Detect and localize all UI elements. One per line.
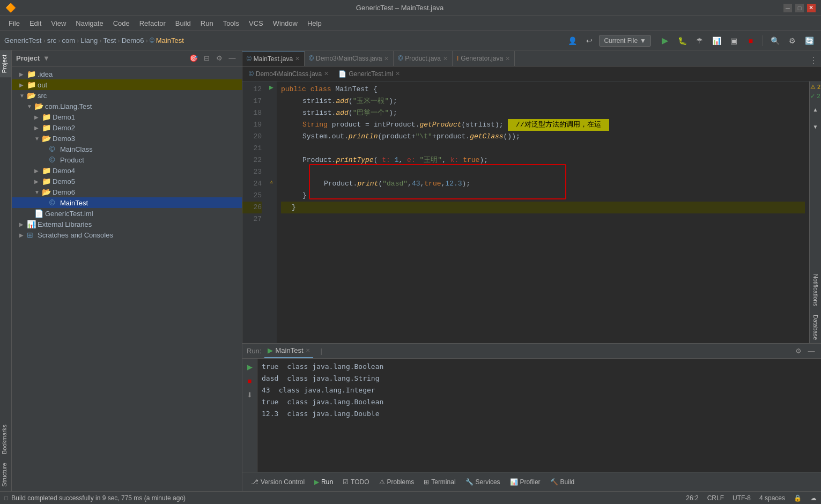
sec-tab-close-generictest-iml[interactable]: ✕: [395, 70, 400, 77]
tree-item-demo2[interactable]: ▶ 📁 Demo2: [12, 122, 242, 133]
tab-maintest-java[interactable]: © MainTest.java ✕: [242, 51, 305, 66]
nav-up-button[interactable]: ▲: [808, 102, 822, 117]
menu-navigate[interactable]: Navigate: [71, 18, 107, 28]
menu-build[interactable]: Build: [171, 18, 195, 28]
sidebar-structure-label[interactable]: Structure: [0, 458, 11, 491]
menu-view[interactable]: View: [47, 18, 70, 28]
bottom-btn-run[interactable]: ▶ Run: [310, 476, 337, 488]
menu-window[interactable]: Window: [269, 18, 302, 28]
menu-run[interactable]: Run: [196, 18, 218, 28]
sec-tab-demo4-mainclass[interactable]: © Demo4\MainClass.java ✕: [245, 68, 333, 80]
breadcrumb-demo6[interactable]: Demo6: [122, 36, 144, 45]
bottom-btn-terminal[interactable]: ⊞ Terminal: [419, 476, 460, 488]
coverage-button[interactable]: ☂: [692, 33, 707, 48]
close-button[interactable]: ✕: [807, 4, 816, 12]
search-button[interactable]: 🔍: [767, 33, 782, 48]
tree-item-scratches[interactable]: ▶ ⊞ Scratches and Consoles: [12, 229, 242, 240]
menu-tools[interactable]: Tools: [219, 18, 243, 28]
run-tab-close[interactable]: ✕: [306, 347, 310, 353]
debug-button[interactable]: 🐛: [675, 33, 690, 48]
bottom-btn-todo[interactable]: ☑ TODO: [338, 476, 373, 488]
run-button[interactable]: ▶: [657, 33, 672, 48]
right-sidebar-database-label[interactable]: Database: [811, 312, 820, 343]
tree-item-product-demo3[interactable]: © Product: [12, 154, 242, 165]
status-indent[interactable]: 4 spaces: [759, 494, 785, 502]
sidebar-bookmarks-label[interactable]: Bookmarks: [0, 420, 11, 458]
sec-tab-generictest-iml[interactable]: 📄 GenericTest.iml ✕: [334, 68, 404, 80]
bottom-btn-profiler[interactable]: 📊 Profiler: [506, 476, 545, 488]
breadcrumb-src[interactable]: src: [47, 36, 56, 45]
tab-close-maintest[interactable]: ✕: [295, 55, 300, 62]
tree-item-src[interactable]: ▼ 📂 src: [12, 90, 242, 101]
stop-run-button[interactable]: ■: [244, 375, 256, 387]
tab-generator-java[interactable]: I Generator.java ✕: [453, 51, 515, 66]
tab-close-demo3-mainclass[interactable]: ✕: [384, 55, 389, 62]
tree-item-demo3[interactable]: ▼ 📂 Demo3: [12, 133, 242, 144]
code-content[interactable]: public class MainTest { strlist.add("玉米一…: [277, 81, 809, 343]
right-sidebar-notifications-label[interactable]: Notifications: [811, 271, 820, 309]
profile-button[interactable]: 📊: [709, 33, 724, 48]
run-label: Run:: [247, 347, 261, 355]
back-button[interactable]: ↩: [582, 33, 597, 48]
hide-panel-button[interactable]: —: [227, 53, 238, 64]
menu-vcs[interactable]: VCS: [245, 18, 268, 28]
breadcrumb-test[interactable]: Test: [103, 36, 116, 45]
update-button[interactable]: 🔄: [802, 33, 817, 48]
tree-item-demo5[interactable]: ▶ 📁 Demo5: [12, 176, 242, 187]
status-position[interactable]: 26:2: [686, 494, 698, 502]
sidebar-project-label[interactable]: Project: [0, 50, 11, 77]
bottom-btn-build[interactable]: 🔨 Build: [546, 476, 579, 488]
scroll-to-source-button[interactable]: 🎯: [188, 53, 199, 64]
menu-refactor[interactable]: Refactor: [135, 18, 170, 28]
nav-down-button[interactable]: ▼: [808, 119, 822, 134]
tree-item-generictest-iml[interactable]: 📄 GenericTest.iml: [12, 208, 242, 219]
menu-edit[interactable]: Edit: [25, 18, 46, 28]
settings-toolbar-button[interactable]: ⚙: [785, 33, 800, 48]
maximize-button[interactable]: □: [795, 4, 804, 12]
tree-item-mainclass-demo3[interactable]: © MainClass: [12, 144, 242, 154]
current-file-dropdown[interactable]: Current File ▼: [599, 35, 651, 47]
status-encoding[interactable]: UTF-8: [733, 494, 751, 502]
run-hide-button[interactable]: —: [806, 346, 817, 357]
user-icon-button[interactable]: 👤: [565, 33, 580, 48]
tree-item-demo1[interactable]: ▶ 📁 Demo1: [12, 112, 242, 122]
tree-item-external-libraries[interactable]: ▶ 📊 External Libraries: [12, 219, 242, 229]
tree-item-idea[interactable]: ▶ 📁 .idea: [12, 69, 242, 79]
tree-item-maintest[interactable]: © MainTest: [12, 197, 242, 208]
tree-item-com-liang-test[interactable]: ▼ 📂 com.Liang.Test: [12, 101, 242, 112]
build-artifacts-button[interactable]: ▣: [726, 33, 741, 48]
bottom-btn-version-control[interactable]: ⎇ Version Control: [247, 476, 309, 488]
menu-code[interactable]: Code: [109, 18, 134, 28]
tab-close-product[interactable]: ✕: [443, 55, 448, 62]
arrow-scratches: ▶: [19, 232, 27, 238]
tree-item-demo6[interactable]: ▼ 📂 Demo6: [12, 187, 242, 197]
settings-panel-button[interactable]: ⚙: [214, 53, 225, 64]
run-gutter-icon[interactable]: ▶: [266, 81, 277, 93]
tab-demo3-mainclass[interactable]: © Demo3\MainClass.java ✕: [305, 51, 394, 66]
breadcrumb-generictest[interactable]: GenericTest: [4, 36, 41, 45]
minimize-button[interactable]: ─: [783, 4, 792, 12]
code-editor[interactable]: 12 17 18 19 20 21 22 23 24 25 26 27 ▶: [242, 81, 821, 343]
run-settings-button[interactable]: ⚙: [793, 346, 804, 357]
java-icon-product-demo3: ©: [49, 155, 59, 164]
sec-tab-close-demo4-mainclass[interactable]: ✕: [324, 70, 329, 77]
scroll-run-button[interactable]: ⬇: [244, 389, 256, 401]
collapse-all-button[interactable]: ⊟: [201, 53, 212, 64]
tab-product-java[interactable]: © Product.java ✕: [394, 51, 453, 66]
bottom-btn-services[interactable]: 🔧 Services: [461, 476, 505, 488]
breadcrumb-liang[interactable]: Liang: [80, 36, 98, 45]
rerun-button[interactable]: ▶: [244, 361, 256, 373]
stop-button[interactable]: ■: [743, 33, 758, 48]
bottom-btn-problems[interactable]: ⚠ Problems: [375, 476, 419, 488]
breadcrumb-maintest[interactable]: MainTest: [156, 36, 184, 45]
status-line-ending[interactable]: CRLF: [707, 494, 724, 502]
left-panel-labels: Project Bookmarks Structure: [0, 50, 12, 491]
editor-tabs-more-button[interactable]: ⋮: [806, 55, 821, 66]
tab-close-generator[interactable]: ✕: [505, 55, 510, 62]
menu-help[interactable]: Help: [303, 18, 326, 28]
tree-item-out[interactable]: ▶ 📁 out: [12, 79, 242, 90]
breadcrumb-com[interactable]: com: [62, 36, 75, 45]
run-tab-maintest[interactable]: ▶ MainTest ✕: [264, 344, 313, 358]
tree-item-demo4[interactable]: ▶ 📁 Demo4: [12, 165, 242, 176]
menu-file[interactable]: File: [4, 18, 24, 28]
